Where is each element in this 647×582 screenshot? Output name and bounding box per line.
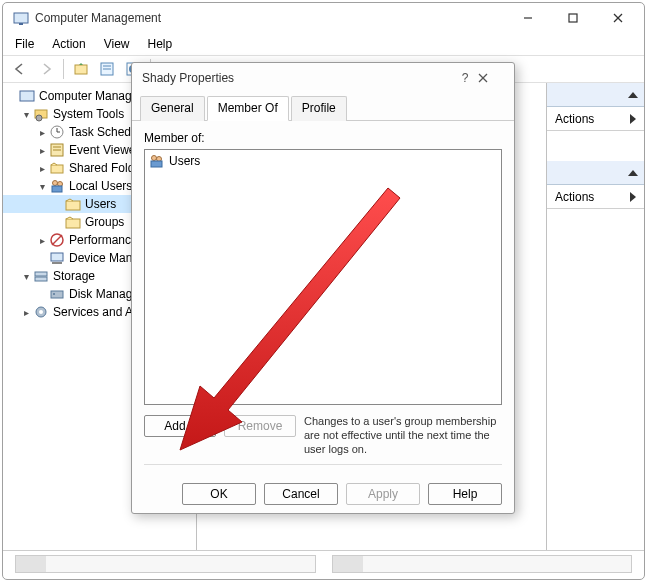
tab-general[interactable]: General — [140, 96, 205, 121]
toolbar-separator — [63, 59, 64, 79]
svg-rect-32 — [52, 262, 62, 264]
svg-point-41 — [152, 156, 157, 161]
member-of-listbox[interactable]: Users — [144, 149, 502, 405]
ok-button[interactable]: OK — [182, 483, 256, 505]
group-icon — [149, 153, 165, 169]
svg-rect-14 — [20, 91, 34, 101]
minimize-button[interactable] — [505, 4, 550, 32]
scrollbar-right[interactable] — [332, 555, 633, 573]
svg-point-36 — [53, 293, 55, 295]
svg-rect-6 — [75, 65, 87, 74]
svg-rect-34 — [35, 277, 47, 281]
apply-button: Apply — [346, 483, 420, 505]
dialog-titlebar: Shady Properties ? — [132, 63, 514, 93]
list-item-users[interactable]: Users — [147, 152, 499, 170]
back-button[interactable] — [9, 58, 31, 80]
svg-point-24 — [53, 181, 58, 186]
dialog-tabs: General Member Of Profile — [132, 95, 514, 121]
menu-help[interactable]: Help — [140, 35, 181, 53]
add-button[interactable]: Add... — [144, 415, 216, 437]
remove-button: Remove — [224, 415, 296, 437]
menubar: File Action View Help — [3, 33, 644, 55]
svg-point-38 — [39, 310, 43, 314]
window-title: Computer Management — [35, 11, 505, 25]
svg-rect-1 — [19, 23, 23, 25]
up-button[interactable] — [70, 58, 92, 80]
svg-rect-23 — [51, 165, 63, 173]
svg-rect-3 — [569, 14, 577, 22]
svg-rect-35 — [51, 291, 63, 298]
svg-line-30 — [52, 235, 62, 245]
bottom-scrollbars — [3, 551, 644, 579]
svg-rect-31 — [51, 253, 63, 261]
close-button[interactable] — [595, 4, 640, 32]
svg-rect-26 — [52, 186, 62, 192]
actions-link-1[interactable]: Actions — [547, 107, 644, 131]
app-icon — [13, 10, 29, 26]
menu-view[interactable]: View — [96, 35, 138, 53]
menu-file[interactable]: File — [7, 35, 42, 53]
maximize-button[interactable] — [550, 4, 595, 32]
member-of-label: Member of: — [144, 131, 502, 145]
svg-rect-28 — [66, 219, 80, 228]
actions-header-2 — [547, 161, 644, 185]
membership-note: Changes to a user's group membership are… — [304, 415, 502, 456]
help-button[interactable]: Help — [428, 483, 502, 505]
svg-point-16 — [36, 115, 42, 121]
svg-rect-0 — [14, 13, 28, 23]
svg-rect-27 — [66, 201, 80, 210]
menu-action[interactable]: Action — [44, 35, 93, 53]
tab-member-of[interactable]: Member Of — [207, 96, 289, 121]
actions-pane: Actions Actions — [546, 83, 644, 550]
properties-dialog: Shady Properties ? General Member Of Pro… — [131, 62, 515, 514]
svg-rect-33 — [35, 272, 47, 276]
actions-link-2[interactable]: Actions — [547, 185, 644, 209]
properties-button[interactable] — [96, 58, 118, 80]
svg-rect-43 — [151, 161, 162, 167]
collapse-icon[interactable] — [628, 92, 638, 98]
tab-profile[interactable]: Profile — [291, 96, 347, 121]
dialog-close-icon[interactable] — [478, 73, 504, 83]
scrollbar-left[interactable] — [15, 555, 316, 573]
titlebar: Computer Management — [3, 3, 644, 33]
actions-header-1 — [547, 83, 644, 107]
cancel-button[interactable]: Cancel — [264, 483, 338, 505]
collapse-icon[interactable] — [628, 170, 638, 176]
dialog-title: Shady Properties — [142, 71, 234, 85]
dialog-help-icon[interactable]: ? — [452, 71, 478, 85]
forward-button[interactable] — [35, 58, 57, 80]
